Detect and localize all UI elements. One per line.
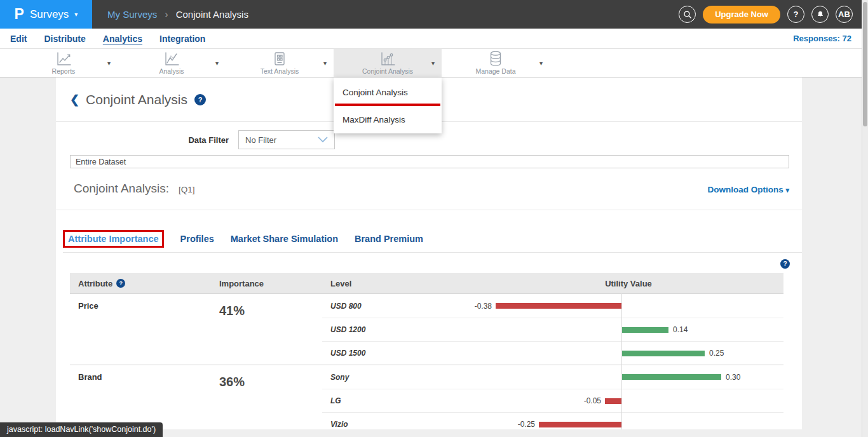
attribute-help-icon[interactable]: ? — [116, 279, 125, 288]
app-logo-menu[interactable]: P Surveys ▾ — [0, 0, 92, 29]
importance-value: 41% — [211, 294, 322, 365]
chevron-down-icon[interactable]: ▾ — [107, 60, 111, 67]
download-options-link[interactable]: Download Options ▾ — [707, 185, 789, 194]
level-name: USD 800 — [322, 294, 473, 318]
table-help-row: ? — [56, 259, 802, 269]
utility-bar-cell: -0.25 — [473, 413, 783, 429]
analytics-toolbar: Reports▾Analysis▾Text Analysis▾Conjoint … — [0, 49, 868, 77]
nav-tab-integration[interactable]: Integration — [159, 34, 205, 44]
tab-market-share-simulation[interactable]: Market Share Simulation — [231, 232, 338, 246]
toolbar-item-text-analysis[interactable]: Text Analysis▾ — [226, 49, 334, 77]
utility-value-label: 0.25 — [709, 349, 724, 358]
attribute-name: Brand — [70, 365, 211, 429]
chevron-down-icon[interactable]: ▾ — [215, 60, 219, 67]
chevron-down-icon[interactable]: ▾ — [323, 60, 327, 67]
conjoint-dropdown-menu: Conjoint AnalysisMaxDiff Analysis — [334, 77, 442, 133]
level-row-vizio: Vizio-0.25 — [322, 412, 783, 429]
utility-bar-cell: 0.25 — [473, 342, 783, 365]
scrollbar[interactable] — [862, 0, 868, 437]
help-button[interactable]: ? — [787, 6, 804, 23]
avatar[interactable]: AB — [836, 6, 853, 23]
chevron-down-icon: ▾ — [785, 186, 789, 194]
column-attribute: Attribute ? — [70, 279, 211, 288]
level-rows: USD 800-0.38USD 12000.14USD 15000.25 — [322, 294, 783, 365]
data-filter-select[interactable]: No Filter — [238, 130, 335, 149]
logo-p-icon: P — [15, 7, 24, 22]
table-help-icon[interactable]: ? — [780, 259, 790, 269]
breadcrumb: My Surveys › Conjoint Analysis — [107, 9, 248, 20]
topbar-actions: Upgrade Now ? AB — [679, 6, 868, 24]
conjoint-chart-icon — [379, 51, 396, 67]
nav-links: EditDistributeAnalyticsIntegration — [10, 34, 205, 44]
utility-bar — [539, 422, 621, 427]
breadcrumb-my-surveys[interactable]: My Surveys — [107, 9, 157, 20]
level-row-usd-1500: USD 15000.25 — [322, 341, 783, 365]
level-row-usd-1200: USD 12000.14 — [322, 318, 783, 341]
annotation-red-underline — [335, 104, 440, 106]
table-group-price: Price41%USD 800-0.38USD 12000.14USD 1500… — [70, 293, 783, 365]
toolbar-item-label: Reports — [52, 67, 76, 75]
dataset-value: Entire Dataset — [76, 158, 126, 166]
chevron-down-icon[interactable]: ▾ — [431, 60, 435, 67]
level-name: LG — [322, 389, 473, 412]
tab-profiles[interactable]: Profiles — [180, 232, 214, 246]
breadcrumb-current: Conjoint Analysis — [176, 9, 248, 20]
section-divider — [56, 210, 802, 210]
table-header: Attribute ? Importance Level Utility Val… — [70, 273, 783, 293]
question-mark-icon: ? — [794, 10, 799, 19]
toolbar-item-manage-data[interactable]: Manage Data▾ — [442, 49, 550, 77]
notifications-button[interactable] — [811, 6, 829, 23]
toolbar-item-reports[interactable]: Reports▾ — [10, 49, 118, 77]
menu-item-conjoint-analysis[interactable]: Conjoint Analysis — [334, 81, 442, 102]
text-analysis-doc-icon — [273, 51, 286, 67]
status-link-tooltip: javascript: loadNavLink('showConjoint.do… — [0, 422, 163, 437]
tab-brand-premium[interactable]: Brand Premium — [355, 232, 423, 246]
menu-item-maxdiff-analysis[interactable]: MaxDiff Analysis — [334, 108, 442, 130]
utility-bar — [622, 374, 721, 380]
toolbar-item-label: Conjoint Analysis — [362, 67, 413, 75]
utility-bar — [622, 327, 668, 333]
utility-value-label: -0.38 — [459, 302, 492, 311]
level-name: Vizio — [322, 413, 473, 429]
database-icon — [488, 51, 503, 67]
search-button[interactable] — [679, 6, 696, 23]
level-row-usd-800: USD 800-0.38 — [322, 294, 783, 318]
level-name: USD 1500 — [322, 342, 473, 365]
result-tabs: Attribute ImportanceProfilesMarket Share… — [63, 230, 802, 253]
importance-value: 36% — [211, 365, 322, 429]
responses-count: Responses: 72 — [793, 34, 851, 43]
utility-bar — [605, 398, 621, 404]
page-help-icon[interactable]: ? — [194, 94, 206, 105]
utility-bar — [622, 351, 705, 356]
brand-product-label: Surveys — [30, 8, 69, 21]
level-row-lg: LG-0.05 — [322, 389, 783, 412]
upgrade-now-button[interactable]: Upgrade Now — [703, 6, 780, 24]
search-icon — [683, 10, 692, 19]
data-filter-value: No Filter — [245, 135, 276, 145]
chevron-down-icon[interactable]: ▾ — [539, 60, 543, 67]
tab-attribute-importance[interactable]: Attribute Importance — [63, 230, 164, 248]
table-body: Price41%USD 800-0.38USD 12000.14USD 1500… — [70, 293, 783, 429]
back-chevron-icon[interactable]: ❮ — [70, 93, 79, 107]
survey-nav: EditDistributeAnalyticsIntegration Respo… — [0, 29, 868, 49]
utility-bar-cell: 0.14 — [473, 318, 783, 341]
bell-icon — [816, 10, 825, 19]
utility-value-label: -0.05 — [568, 396, 601, 405]
nav-tab-edit[interactable]: Edit — [10, 34, 27, 44]
section-heading-row: Conjoint Analysis: [Q1] Download Options… — [56, 182, 802, 196]
toolbar-item-conjoint-analysis[interactable]: Conjoint Analysis▾ — [334, 49, 442, 77]
utility-value-label: -0.25 — [502, 420, 535, 429]
nav-tab-distribute[interactable]: Distribute — [44, 34, 85, 44]
toolbar-item-label: Text Analysis — [261, 67, 299, 75]
section-title: Conjoint Analysis: — [74, 182, 169, 196]
utility-bar — [496, 303, 621, 309]
toolbar-item-analysis[interactable]: Analysis▾ — [118, 49, 226, 77]
toolbar-item-label: Analysis — [159, 67, 184, 75]
chevron-down-icon: ▾ — [74, 11, 78, 18]
utility-value-label: 0.30 — [726, 373, 740, 382]
scrollbar-thumb[interactable] — [863, 2, 867, 126]
nav-tab-analytics[interactable]: Analytics — [103, 34, 142, 44]
dataset-field[interactable]: Entire Dataset — [70, 155, 789, 168]
level-name: Sony — [322, 365, 473, 389]
level-name: USD 1200 — [322, 318, 473, 341]
